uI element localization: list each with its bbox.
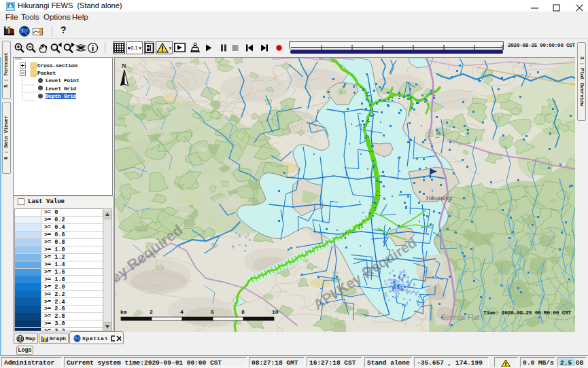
svg-text:Hikurangi: Hikurangi bbox=[426, 195, 452, 202]
svg-text:8: 8 bbox=[241, 309, 245, 315]
svg-text:N: N bbox=[122, 62, 126, 69]
svg-text:6: 6 bbox=[211, 309, 214, 315]
svg-text:2: 2 bbox=[150, 309, 153, 315]
svg-text:Time: 2020-08-25 00:00:00 CST: Time: 2020-08-25 00:00:00 CST bbox=[483, 310, 572, 316]
svg-text:4: 4 bbox=[180, 309, 184, 315]
svg-text:10: 10 bbox=[272, 309, 279, 315]
svg-text:Springs Flat: Springs Flat bbox=[441, 313, 479, 321]
svg-text:km: km bbox=[120, 309, 127, 315]
